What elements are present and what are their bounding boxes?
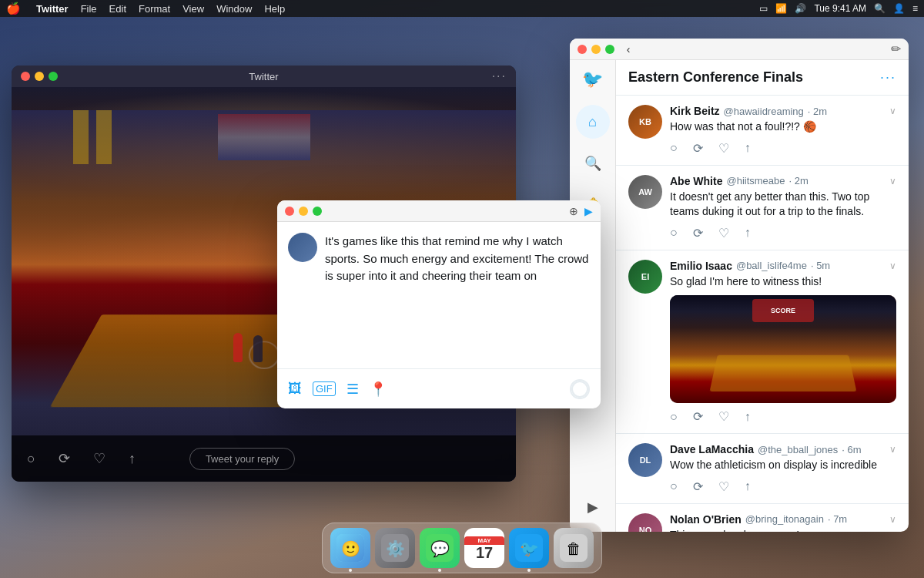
share-icon[interactable]: ↑ [129, 451, 136, 467]
panel-compose-button[interactable]: ✏ [891, 42, 901, 56]
menubar-file[interactable]: File [81, 3, 97, 15]
add-image-icon[interactable]: 🖼 [288, 381, 302, 397]
avatar-initials: NO [639, 526, 652, 532]
player-2 [233, 333, 243, 362]
tweet-time: · 6m [842, 444, 861, 455]
avatar: DL [628, 443, 662, 477]
fullscreen-button[interactable] [49, 72, 58, 81]
tweet-reply-button[interactable]: Tweet your reply [189, 448, 295, 470]
close-button[interactable] [21, 72, 30, 81]
menubar-edit[interactable]: Edit [109, 3, 126, 15]
like-action[interactable]: ♡ [718, 141, 729, 156]
dock-messages-dot [438, 569, 441, 572]
menubar-view[interactable]: View [182, 3, 204, 15]
panel-fullscreen-button[interactable] [605, 45, 614, 54]
menubar-left: 🍎 Twitter File Edit Format View Window H… [6, 2, 285, 15]
compose-add-icon[interactable]: ⊕ [569, 205, 578, 217]
tweet-time: · 2m [789, 175, 808, 187]
add-gif-icon[interactable]: GIF [313, 381, 336, 396]
menubar-right: ▭ 📶 🔊 Tue 9:41 AM 🔍 👤 ≡ [759, 3, 918, 14]
tweet-item: NO Nolan O'Brien @bring_itonagain · 7m ∨… [616, 504, 909, 532]
dock-finder[interactable]: 🙂 [330, 528, 370, 568]
tweet-header: Kirk Beitz @hawaiidreaming · 2m ∨ [670, 105, 896, 117]
like-action[interactable]: ♡ [718, 479, 729, 494]
retweet-action[interactable]: ⟳ [693, 226, 703, 240]
banner-2 [96, 110, 112, 164]
retweet-action[interactable]: ⟳ [693, 141, 703, 156]
compose-fullscreen-button[interactable] [313, 207, 322, 216]
twitter-window-title: Twitter [249, 71, 278, 82]
add-location-icon[interactable]: 📍 [370, 381, 387, 398]
tweet-image: SCORE [670, 295, 896, 403]
tweet-item: KB Kirk Beitz @hawaiidreaming · 2m ∨ How… [616, 96, 909, 166]
panel-content: Eastern Conference Finals ··· KB Kirk Be… [616, 60, 909, 532]
like-action[interactable]: ♡ [718, 409, 729, 424]
tweet-handle: @the_bball_jones [758, 444, 838, 455]
retweet-action[interactable]: ⟳ [693, 409, 703, 424]
svg-text:⚙️: ⚙️ [386, 539, 405, 558]
like-action[interactable]: ♡ [718, 226, 729, 240]
panel-minimize-button[interactable] [591, 45, 601, 54]
volume-icon[interactable]: 🔊 [795, 3, 806, 14]
tweet-name: Abe White [670, 175, 722, 187]
tweet-time: · 7m [828, 513, 847, 525]
menubar-window[interactable]: Window [216, 3, 252, 15]
tweet-chevron[interactable]: ∨ [889, 176, 896, 187]
tweet-chevron[interactable]: ∨ [889, 514, 896, 525]
compose-bottom-bar: 🖼 GIF ☰ 📍 [277, 368, 601, 408]
share-action[interactable]: ↑ [745, 226, 751, 240]
reply-action[interactable]: ○ [670, 226, 678, 240]
dock-calendar[interactable]: MAY 17 [464, 528, 504, 568]
char-count-indicator [570, 379, 590, 399]
sidebar-compose-alt[interactable]: ▶ [576, 490, 610, 524]
sidebar-search[interactable]: 🔍 [576, 146, 610, 180]
reply-action[interactable]: ○ [670, 410, 678, 424]
add-list-icon[interactable]: ☰ [346, 381, 359, 398]
compose-header-actions: ⊕ ▶ [569, 205, 593, 217]
reply-icon[interactable]: ○ [27, 451, 35, 467]
menubar-format[interactable]: Format [139, 3, 170, 15]
spotlight-icon[interactable]: 🔍 [874, 3, 886, 14]
window-more-button[interactable]: ··· [492, 69, 507, 83]
compose-send-icon[interactable]: ▶ [584, 205, 593, 217]
retweet-action[interactable]: ⟳ [693, 479, 703, 494]
share-action[interactable]: ↑ [745, 141, 751, 155]
retweet-icon[interactable]: ⟳ [59, 450, 70, 467]
tweet-item: EI Emilio Isaac @ball_islife4me · 5m ∨ S… [616, 250, 909, 435]
dock-messages[interactable]: 💬 [420, 528, 460, 568]
dock-settings[interactable]: ⚙️ [375, 528, 415, 568]
panel-back-button[interactable]: ‹ [621, 42, 636, 57]
dock-twitter[interactable]: 🐦 [509, 528, 549, 568]
svg-text:💬: 💬 [430, 539, 450, 558]
tweet-chevron[interactable]: ∨ [889, 260, 896, 271]
menubar-help[interactable]: Help [264, 3, 285, 15]
tweet-body: Nolan O'Brien @bring_itonagain · 7m ∨ Th… [670, 513, 896, 532]
minimize-button[interactable] [35, 72, 44, 81]
dock: 🙂 ⚙️ 💬 MAY 17 🐦 🗑 [322, 523, 602, 573]
apple-menu[interactable]: 🍎 [6, 2, 21, 15]
tweet-actions: ○ ⟳ ♡ ↑ [670, 141, 896, 156]
like-icon[interactable]: ♡ [93, 450, 105, 467]
reply-action[interactable]: ○ [670, 479, 678, 493]
tweet-text: Wow the athleticism on display is incred… [670, 458, 896, 473]
sidebar-home[interactable]: ⌂ [576, 105, 610, 139]
share-action[interactable]: ↑ [745, 410, 751, 424]
compose-minimize-button[interactable] [299, 207, 308, 216]
compose-textarea[interactable]: It's games like this that remind me why … [325, 233, 590, 358]
tweet-chevron[interactable]: ∨ [889, 106, 896, 116]
wifi-icon[interactable]: 📶 [775, 3, 787, 14]
compose-user-avatar [288, 233, 317, 262]
tweet-chevron[interactable]: ∨ [889, 444, 896, 455]
user-icon[interactable]: 👤 [893, 3, 905, 14]
screen-mirror-icon[interactable]: ▭ [759, 3, 768, 14]
dock-trash[interactable]: 🗑 [554, 528, 594, 568]
compose-close-button[interactable] [285, 207, 294, 216]
menubar-app-name[interactable]: Twitter [36, 3, 69, 15]
reply-action[interactable]: ○ [670, 141, 678, 155]
panel-close-button[interactable] [578, 45, 587, 54]
banner-1 [73, 110, 89, 164]
control-center-icon[interactable]: ≡ [912, 3, 918, 14]
panel-more-button[interactable]: ··· [880, 69, 896, 86]
share-action[interactable]: ↑ [745, 479, 751, 493]
compose-window: ⊕ ▶ It's games like this that remind me … [277, 200, 601, 408]
